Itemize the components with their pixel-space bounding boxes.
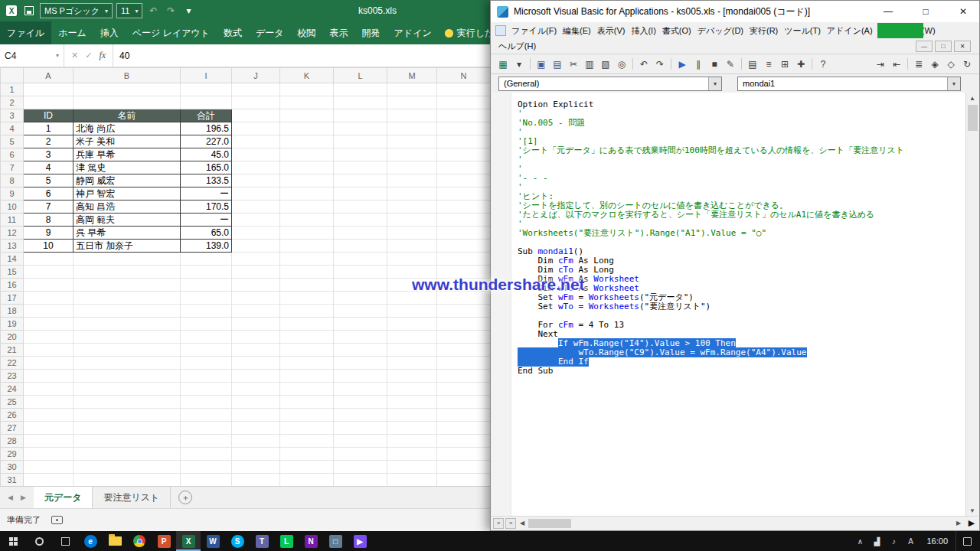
cell-M25[interactable]	[387, 396, 437, 409]
cell-B9[interactable]: 神戸 智宏	[74, 187, 181, 201]
cell-I5[interactable]: 227.0	[181, 135, 232, 148]
row-header-13[interactable]: 13	[1, 240, 24, 253]
cell-K10[interactable]	[280, 201, 334, 214]
cell-B8[interactable]: 静岡 威宏	[74, 174, 181, 187]
row-header-12[interactable]: 12	[1, 227, 24, 240]
cell-J9[interactable]	[232, 187, 280, 201]
search-icon[interactable]	[26, 531, 52, 551]
cell-K24[interactable]	[280, 383, 334, 396]
cell-K7[interactable]	[280, 161, 334, 174]
cell-N24[interactable]	[437, 383, 491, 396]
cell-K21[interactable]	[280, 344, 334, 357]
code-line-1[interactable]: Option Explicit	[518, 100, 965, 109]
cell-N19[interactable]	[437, 318, 491, 331]
cell-L15[interactable]	[334, 266, 387, 279]
code-line-8[interactable]: '	[518, 165, 965, 174]
menu-9[interactable]: アドイン(A)	[824, 23, 876, 39]
taskbar-app-powerpoint[interactable]: P	[152, 531, 176, 551]
horizontal-scrollbar[interactable]: ≡ ≡ ◀ ▶ ▶	[492, 516, 978, 530]
cell-A6[interactable]: 3	[24, 148, 74, 161]
taskbar-app-edge[interactable]: e	[78, 531, 103, 551]
cell-I22[interactable]	[181, 357, 232, 370]
procedure-dropdown[interactable]: mondai1 ▾	[737, 77, 961, 91]
cell-M14[interactable]	[387, 253, 437, 266]
cell-M28[interactable]	[387, 435, 437, 448]
qat-customize-icon[interactable]: ▾	[181, 4, 195, 18]
cell-N1[interactable]	[437, 83, 491, 96]
cell-K16[interactable]	[280, 279, 334, 292]
project-explorer-icon[interactable]: ▤	[745, 57, 760, 72]
cell-L13[interactable]	[334, 240, 387, 253]
cell-A26[interactable]	[24, 409, 74, 422]
cell-B22[interactable]	[74, 357, 181, 370]
cell-N20[interactable]	[437, 331, 491, 344]
cell-M31[interactable]	[387, 474, 437, 487]
cell-N26[interactable]	[437, 409, 491, 422]
sheet-nav-left-icon[interactable]: ◀	[8, 494, 13, 501]
cell-I12[interactable]: 65.0	[181, 227, 232, 240]
cell-J17[interactable]	[232, 292, 280, 305]
cell-L18[interactable]	[334, 305, 387, 318]
cell-I27[interactable]	[181, 422, 232, 435]
row-header-3[interactable]: 3	[1, 109, 24, 122]
cell-A9[interactable]: 6	[24, 187, 74, 201]
row-header-16[interactable]: 16	[1, 279, 24, 292]
cell-J31[interactable]	[232, 474, 280, 487]
cell-M26[interactable]	[387, 409, 437, 422]
cell-N8[interactable]	[437, 174, 491, 187]
cell-K17[interactable]	[280, 292, 334, 305]
cell-I25[interactable]	[181, 396, 232, 409]
ime-indicator[interactable]: A	[902, 531, 919, 551]
cell-N11[interactable]	[437, 214, 491, 227]
copy-icon[interactable]: ▥	[582, 57, 597, 72]
cell-L19[interactable]	[334, 318, 387, 331]
cell-I10[interactable]: 170.5	[181, 201, 232, 214]
cell-I13[interactable]: 139.0	[181, 240, 232, 253]
cell-M24[interactable]	[387, 383, 437, 396]
taskbar-app-excel[interactable]: X	[176, 531, 201, 551]
code-line-16[interactable]	[518, 238, 965, 247]
cell-K2[interactable]	[280, 96, 334, 109]
ribbon-tab-4[interactable]: ページ レイアウト	[126, 21, 217, 44]
maximize-button[interactable]: □	[910, 1, 942, 22]
cell-N4[interactable]	[437, 122, 491, 135]
cell-L26[interactable]	[334, 409, 387, 422]
cell-L17[interactable]	[334, 292, 387, 305]
cell-K30[interactable]	[280, 461, 334, 474]
cell-K12[interactable]	[280, 227, 334, 240]
cell-A14[interactable]	[24, 253, 74, 266]
cell-M29[interactable]	[387, 448, 437, 461]
scroll-down-icon[interactable]: ▼	[969, 505, 975, 516]
cell-I18[interactable]	[181, 305, 232, 318]
cell-L10[interactable]	[334, 201, 387, 214]
cell-A10[interactable]: 7	[24, 201, 74, 214]
menu-help[interactable]: ヘルプ(H)	[495, 38, 539, 54]
cell-L8[interactable]	[334, 174, 387, 187]
find-icon[interactable]: ◎	[614, 57, 629, 72]
cell-N18[interactable]	[437, 305, 491, 318]
cell-L1[interactable]	[334, 83, 387, 96]
cell-L16[interactable]	[334, 279, 387, 292]
design-mode-icon[interactable]: ✎	[723, 57, 738, 72]
menu-6[interactable]: デバッグ(D)	[694, 23, 746, 39]
cell-I15[interactable]	[181, 266, 232, 279]
cell-M22[interactable]	[387, 357, 437, 370]
insert-userform-icon[interactable]: ▣	[534, 57, 549, 72]
cell-B19[interactable]	[74, 318, 181, 331]
cell-A17[interactable]	[24, 292, 74, 305]
taskbar-app-skype[interactable]: S	[225, 531, 250, 551]
cell-L27[interactable]	[334, 422, 387, 435]
cell-J4[interactable]	[232, 122, 280, 135]
scroll-up-icon[interactable]: ▲	[969, 93, 975, 103]
row-header-7[interactable]: 7	[1, 161, 24, 174]
cell-B1[interactable]	[74, 83, 181, 96]
split-handle-icon[interactable]: ▶	[965, 518, 978, 528]
insert-function-icon[interactable]: fx	[99, 50, 106, 61]
name-box[interactable]: C4 ▾	[0, 44, 64, 67]
vertical-scrollbar[interactable]: ▲ ▼	[965, 93, 978, 516]
cancel-icon[interactable]: ✕	[71, 51, 78, 60]
formula-bar[interactable]: 40	[113, 44, 490, 67]
cell-A2[interactable]	[24, 96, 74, 109]
cell-B31[interactable]	[74, 474, 181, 487]
cell-N21[interactable]	[437, 344, 491, 357]
